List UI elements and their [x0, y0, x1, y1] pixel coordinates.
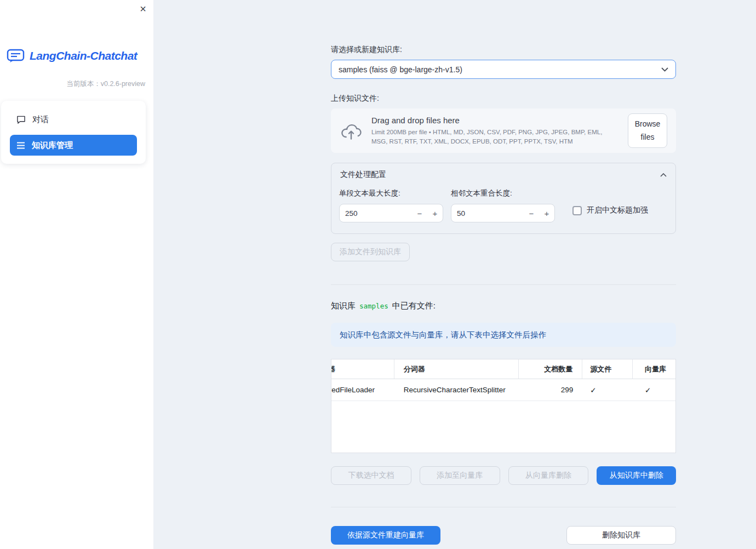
- overlap-group: 相邻文本重合长度: − +: [451, 188, 555, 222]
- sidebar-item-label: 知识库管理: [32, 140, 73, 151]
- col-header-vector-store[interactable]: 向量库: [633, 359, 675, 379]
- expander-title: 文件处理配置: [340, 170, 386, 180]
- sidebar-item-chat[interactable]: 对话: [10, 109, 137, 130]
- plus-icon[interactable]: +: [539, 209, 554, 218]
- minus-icon[interactable]: −: [412, 209, 427, 218]
- overlap-stepper: − +: [451, 204, 555, 222]
- kb-files-heading: 知识库 samples 中已有文件:: [331, 301, 676, 311]
- chat-bubble-icon: [16, 115, 26, 124]
- kb-select[interactable]: samples (faiss @ bge-large-zh-v1.5): [331, 60, 676, 79]
- add-to-vector-store-button[interactable]: 添加至向量库: [420, 466, 500, 485]
- cell-vector-store-check: ✓: [633, 386, 675, 394]
- sidebar-item-label: 对话: [32, 115, 49, 125]
- info-banner-text: 知识库中包含源文件与向量库，请从下表中选择文件后操作: [340, 330, 546, 340]
- upload-label: 上传知识文件:: [331, 94, 676, 104]
- chevron-up-icon: [660, 173, 667, 177]
- delete-from-vector-store-button[interactable]: 从向量库删除: [508, 466, 589, 485]
- sidebar-close-icon[interactable]: ×: [140, 3, 146, 14]
- expander-header[interactable]: 文件处理配置: [331, 163, 675, 186]
- dropzone-texts: Drag and drop files here Limit 200MB per…: [371, 116, 619, 146]
- kb-select-label: 请选择或新建知识库:: [331, 45, 676, 55]
- expander-body: 单段文本最大长度: − + 相邻文本重合长度: − +: [331, 186, 675, 233]
- download-selected-button[interactable]: 下载选中文档: [331, 466, 411, 485]
- overlap-input[interactable]: [451, 209, 524, 218]
- col-header-splitter[interactable]: 分词器: [394, 359, 519, 379]
- file-config-expander: 文件处理配置 单段文本最大长度: − + 相邻文本重合长度:: [331, 163, 676, 234]
- kb-name-code: samples: [359, 302, 388, 310]
- main-area: 请选择或新建知识库: samples (faiss @ bge-large-zh…: [153, 0, 756, 549]
- zh-title-enhance-checkbox[interactable]: [572, 206, 582, 215]
- minus-icon[interactable]: −: [524, 209, 539, 218]
- col-header-loader[interactable]: 文档加载器: [331, 359, 394, 379]
- cell-source-file-check: ✓: [582, 386, 633, 394]
- cell-doc-count: 299: [519, 386, 582, 394]
- chunk-size-group: 单段文本最大长度: − +: [339, 188, 443, 222]
- col-header-doc-count[interactable]: 文档数量: [519, 359, 582, 379]
- chevron-down-icon: [661, 67, 668, 72]
- chat-logo-icon: [7, 48, 25, 63]
- logo: LangChain-Chatchat: [7, 48, 153, 63]
- row-actions: 下载选中文档 添加至向量库 从向量库删除 从知识库中删除: [331, 466, 676, 485]
- add-files-to-kb-button[interactable]: 添加文件到知识库: [331, 243, 410, 261]
- zh-title-enhance-label: 开启中文标题加强: [587, 205, 648, 215]
- app-title: LangChain-Chatchat: [30, 49, 137, 62]
- col-header-source-file[interactable]: 源文件: [582, 359, 633, 379]
- cell-loader: UnstructuredFileLoader: [331, 386, 394, 394]
- bottom-actions: 依据源文件重建向量库 删除知识库: [331, 526, 676, 545]
- divider: [331, 507, 676, 507]
- divider: [331, 284, 676, 285]
- kb-files-table[interactable]: 文档加载器 分词器 文档数量 源文件 向量库 UnstructuredFileL…: [331, 359, 676, 453]
- browse-files-button[interactable]: Browse files: [628, 113, 667, 147]
- chunk-size-stepper: − +: [339, 204, 443, 222]
- chunk-size-label: 单段文本最大长度:: [339, 188, 443, 198]
- sidebar-menu: 对话 知识库管理: [1, 101, 146, 164]
- knowledge-base-icon: [16, 141, 25, 150]
- plus-icon[interactable]: +: [427, 209, 443, 218]
- dropzone-title: Drag and drop files here: [371, 116, 619, 125]
- kb-files-prefix: 知识库: [331, 301, 356, 311]
- sidebar: × LangChain-Chatchat 当前版本：v0.2.6-preview…: [0, 0, 153, 549]
- chunk-size-input[interactable]: [340, 209, 412, 218]
- rebuild-vector-store-button[interactable]: 依据源文件重建向量库: [331, 526, 440, 545]
- kb-select-value: samples (faiss @ bge-large-zh-v1.5): [339, 65, 462, 74]
- zh-title-enhance-group: 开启中文标题加强: [572, 205, 648, 215]
- cloud-upload-icon: [340, 122, 363, 140]
- table-row[interactable]: UnstructuredFileLoader RecursiveCharacte…: [331, 379, 675, 401]
- cell-splitter: RecursiveCharacterTextSplitter: [394, 386, 519, 394]
- table-header-row: 文档加载器 分词器 文档数量 源文件 向量库: [331, 359, 675, 379]
- dropzone-limits: Limit 200MB per file • HTML, MD, JSON, C…: [371, 128, 619, 146]
- info-banner: 知识库中包含源文件与向量库，请从下表中选择文件后操作: [331, 323, 676, 347]
- delete-from-kb-button[interactable]: 从知识库中删除: [597, 466, 676, 485]
- delete-kb-button[interactable]: 删除知识库: [566, 526, 676, 545]
- sidebar-item-knowledge-base[interactable]: 知识库管理: [10, 135, 137, 156]
- kb-files-suffix: 中已有文件:: [392, 301, 436, 311]
- version-text: 当前版本：v0.2.6-preview: [0, 79, 145, 89]
- overlap-label: 相邻文本重合长度:: [451, 188, 555, 198]
- file-dropzone[interactable]: Drag and drop files here Limit 200MB per…: [331, 108, 676, 153]
